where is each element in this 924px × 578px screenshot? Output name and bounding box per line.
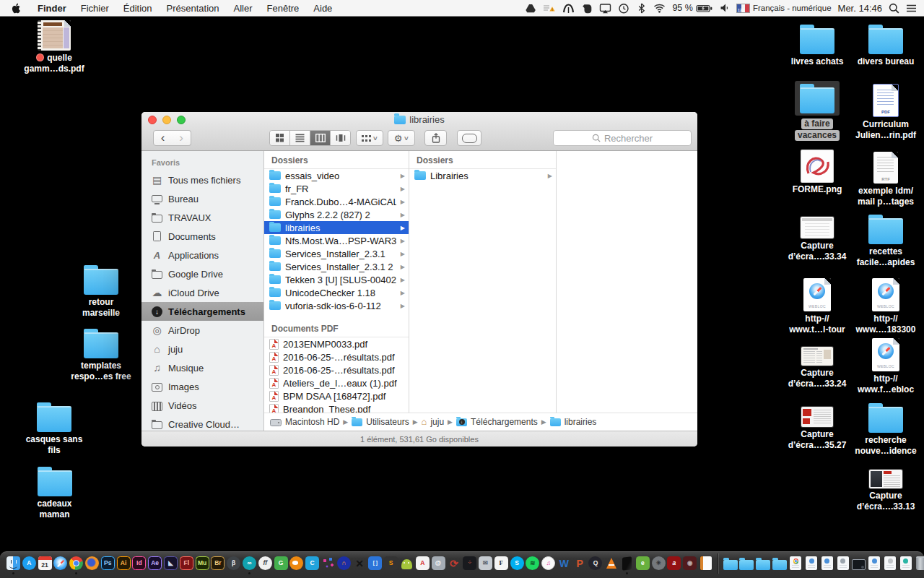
- folder-row[interactable]: Glyphs 2.2.2 (827) 2▶: [264, 208, 409, 221]
- maroon-app[interactable]: ◉: [683, 556, 697, 570]
- itunes[interactable]: ♫: [541, 556, 555, 570]
- word[interactable]: W: [557, 556, 571, 570]
- path-item-utilisateurs[interactable]: Utilisateurs: [352, 417, 409, 427]
- menu-présentation[interactable]: Présentation: [160, 3, 227, 14]
- stack-dark-window[interactable]: [852, 556, 866, 570]
- nodes-app[interactable]: [321, 556, 335, 570]
- sidebar-item-google-drive[interactable]: Google Drive: [141, 264, 263, 283]
- wheel-app[interactable]: ✳: [652, 556, 666, 570]
- pdf-file-row[interactable]: 2013ENMP0033.pdf: [264, 337, 409, 350]
- forme-png[interactable]: FORME.png: [783, 150, 852, 195]
- folder-row[interactable]: Librairies▶: [409, 169, 556, 182]
- sidebar-item-tous-mes-fichiers[interactable]: ▤Tous mes fichiers: [141, 171, 263, 189]
- affinity-app[interactable]: ◣: [164, 556, 178, 570]
- avira-icon[interactable]: [562, 3, 575, 14]
- sidebar-item-t-l-chargements[interactable]: ↓Téléchargements: [141, 302, 263, 321]
- menu-finder[interactable]: Finder: [30, 3, 74, 14]
- sidebar-item-documents[interactable]: Documents: [141, 227, 263, 246]
- fontexplorer[interactable]: F: [494, 556, 508, 570]
- processing[interactable]: β: [227, 556, 240, 570]
- title-bar[interactable]: librairies: [141, 112, 697, 127]
- calendar[interactable]: 21: [38, 556, 52, 570]
- stack-doc-1[interactable]: [805, 556, 819, 570]
- templates-responsive-folder[interactable]: templatesrespo…es free: [61, 328, 141, 382]
- chrome[interactable]: [69, 556, 83, 570]
- folder-row[interactable]: Services_Installer_2.3.1▶: [264, 247, 409, 260]
- evernote-icon[interactable]: [581, 3, 593, 14]
- folder-row[interactable]: Tekken 3 [U] [SLUS-00402]▶: [264, 273, 409, 286]
- back-button[interactable]: ‹: [153, 130, 173, 146]
- arrange-button[interactable]: ∨: [356, 130, 383, 146]
- evernote[interactable]: e: [636, 556, 650, 570]
- retour-marseille-folder[interactable]: retourmarseille: [68, 264, 134, 319]
- safari[interactable]: [53, 556, 67, 570]
- sidebar-item-images[interactable]: Images: [141, 377, 263, 396]
- blender[interactable]: [289, 556, 303, 570]
- indesign[interactable]: Id: [132, 556, 146, 570]
- dock-folder-1[interactable]: [723, 556, 738, 570]
- sync-app[interactable]: ⟳: [447, 556, 461, 570]
- after-effects[interactable]: Ae: [148, 556, 162, 570]
- webloc-183300[interactable]: WEBLOChttp-//www.…183300: [851, 278, 920, 335]
- sidebar-item-icloud-drive[interactable]: ☁iCloud Drive: [141, 283, 263, 302]
- a-faire-vacances-folder[interactable]: à fairevacances: [783, 81, 852, 141]
- dock-folder-4[interactable]: [772, 556, 787, 570]
- illustrator[interactable]: Ai: [117, 556, 131, 570]
- airplay-icon[interactable]: [599, 3, 611, 14]
- menu-fenêtre[interactable]: Fenêtre: [260, 3, 307, 14]
- folder-row[interactable]: UnicodeChecker 1.18▶: [264, 286, 409, 299]
- path-item-librairies[interactable]: librairies: [550, 417, 597, 427]
- spotify[interactable]: ≋: [526, 556, 539, 570]
- capture-ecran-33-13[interactable]: Captured’écra….33.13: [851, 470, 920, 512]
- pdf-file-row[interactable]: 2016-06-25-…résultats.pdf: [264, 363, 409, 376]
- menu-fichier[interactable]: Fichier: [74, 3, 116, 14]
- postcard-app[interactable]: ✉: [479, 556, 492, 570]
- folder-row[interactable]: Services_Installer_2.3.1 2▶: [264, 260, 409, 273]
- android[interactable]: [400, 556, 414, 570]
- folder-row[interactable]: fr_FR▶: [264, 182, 409, 195]
- black-notebook[interactable]: [620, 556, 634, 570]
- stack-doc-5[interactable]: [884, 556, 897, 570]
- bridge[interactable]: Br: [211, 556, 225, 570]
- flash[interactable]: Fl: [180, 556, 193, 570]
- dock-folder-2[interactable]: [739, 556, 754, 570]
- forward-button[interactable]: ›: [172, 130, 191, 146]
- sidebar-item-vid-os[interactable]: Vidéos: [141, 396, 263, 415]
- clock-icon[interactable]: Mer. 14:46: [838, 3, 882, 14]
- gdrive-icon[interactable]: [525, 3, 536, 14]
- zoom-button[interactable]: [177, 116, 186, 124]
- sidebar-item-juju[interactable]: ⌂juju: [141, 340, 263, 358]
- cinema-app[interactable]: C: [305, 556, 319, 570]
- casques-sans-fils-folder[interactable]: casques sansfils: [18, 402, 90, 456]
- icon-view-button[interactable]: [270, 131, 290, 145]
- menu-édition[interactable]: Édition: [116, 3, 160, 14]
- notebook-app[interactable]: [699, 556, 712, 570]
- action-gear-button[interactable]: ⚙ ∨: [388, 130, 415, 146]
- acrobat-reader[interactable]: A: [416, 556, 430, 570]
- folder-row[interactable]: Franck.Dubo…4-MAGiCAL▶: [264, 195, 409, 208]
- finder[interactable]: [6, 556, 20, 570]
- skype[interactable]: S: [510, 556, 524, 570]
- list-view-button[interactable]: [290, 131, 310, 145]
- folder-row[interactable]: essais_video▶: [264, 169, 409, 182]
- apple-menu[interactable]: [0, 3, 30, 14]
- glyphs-app[interactable]: G: [274, 556, 288, 570]
- divers-bureau-folder[interactable]: divers bureau: [851, 24, 920, 67]
- stack-doc-4[interactable]: [868, 556, 881, 570]
- column-view-button[interactable]: [310, 131, 331, 145]
- pdf-file-row[interactable]: 2016-06-25-…résultats.pdf: [264, 350, 409, 363]
- path-item-t-l-chargements[interactable]: ↓Téléchargements: [456, 417, 538, 427]
- powerpoint[interactable]: P: [573, 556, 587, 570]
- vlc[interactable]: [604, 556, 618, 570]
- wifi-icon[interactable]: [653, 3, 666, 13]
- volume-icon[interactable]: [720, 3, 730, 13]
- audio-app[interactable]: ∩: [337, 556, 351, 570]
- livres-achats-folder[interactable]: livres achats: [783, 24, 852, 67]
- quelle-gamme-pdf[interactable]: quellegamm…ds.pdf: [13, 20, 95, 74]
- capture-ecran-33-24[interactable]: Captured’écra….33.24: [783, 347, 852, 389]
- folder-row[interactable]: Nfs.Most.Wa…PSP-WAR3X▶: [264, 234, 409, 247]
- search-input[interactable]: Rechercher: [553, 130, 692, 146]
- capture-ecran-33-34[interactable]: Captured’écra….33.34: [783, 217, 852, 262]
- pdf-file-row[interactable]: BPM DSAA [168472].pdf: [264, 389, 409, 402]
- path-item-juju[interactable]: ⌂juju: [422, 417, 445, 427]
